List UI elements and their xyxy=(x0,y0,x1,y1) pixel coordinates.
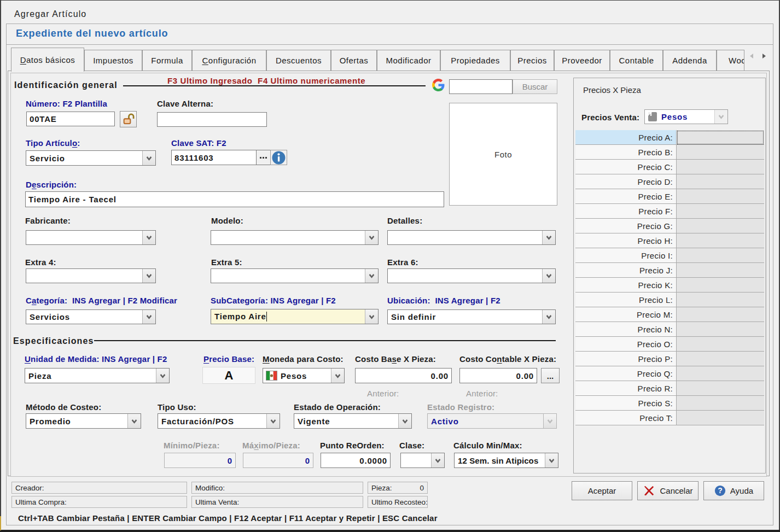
svg-text:?: ? xyxy=(718,486,723,495)
